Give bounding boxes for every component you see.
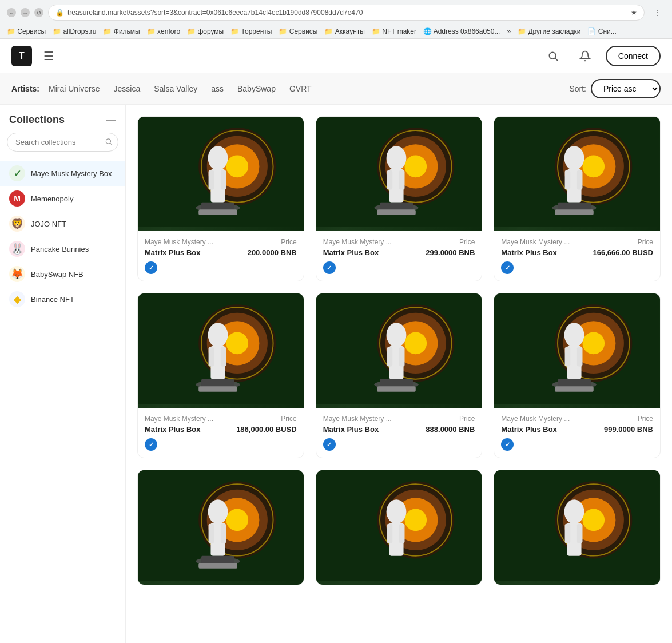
svg-rect-54 (201, 379, 234, 387)
svg-rect-67 (380, 379, 413, 387)
collection-item-0[interactable]: ✓ Maye Musk Mystery Box (0, 161, 125, 186)
bookmark-others[interactable]: 📁 Другие закладки (518, 27, 580, 35)
artist-ass[interactable]: ass (211, 84, 224, 93)
nft-name-5: Matrix Plus Box (501, 425, 557, 434)
collection-item-4[interactable]: 🦊 BabySwap NFB (0, 261, 125, 287)
hamburger-button[interactable]: ☰ (41, 47, 56, 65)
nft-card-5[interactable]: Maye Musk Mystery ... Price Matrix Plus … (494, 293, 661, 458)
bookmark-8[interactable]: 📁 Аккаунты (324, 27, 364, 35)
search-icon-button[interactable] (105, 137, 113, 147)
forward-button[interactable]: → (21, 8, 30, 17)
nft-price-2: 166,666.00 BUSD (593, 248, 653, 257)
svg-point-10 (208, 146, 228, 170)
extensions-btn[interactable]: ⋮ (649, 5, 665, 21)
nft-price-1: 299.0000 BNB (426, 248, 475, 257)
collection-icon-0: ✓ (9, 165, 25, 181)
nft-artwork-8 (494, 470, 660, 585)
nft-collection-4: Maye Musk Mystery ... (323, 415, 392, 423)
nft-card-8[interactable] (494, 470, 661, 585)
bookmark-10[interactable]: 🌐 Address 0x866a050... (423, 27, 500, 35)
artist-mirai[interactable]: Mirai Universe (49, 84, 100, 93)
header-bell-button[interactable] (574, 45, 597, 68)
nft-name-4: Matrix Plus Box (323, 425, 379, 434)
nft-grid: Maye Musk Mystery ... Price Matrix Plus … (137, 116, 661, 585)
address-bar[interactable]: 🔒 treasureland.market/assets?sort=3&cont… (48, 5, 645, 21)
svg-rect-113 (565, 524, 571, 543)
collection-item-2[interactable]: 🦁 JOJO NFT (0, 211, 125, 236)
nft-card-6[interactable] (137, 470, 304, 585)
bookmark-3[interactable]: 📁 Фильмы (103, 27, 140, 35)
nft-name-1: Matrix Plus Box (323, 248, 379, 257)
bookmark-last[interactable]: 📄 Сни... (587, 27, 616, 35)
collection-icon-5: ◆ (9, 291, 25, 307)
bookmark-2[interactable]: 📁 allDrops.ru (53, 27, 96, 35)
search-input[interactable] (7, 133, 118, 152)
bookmark-9[interactable]: 📁 NFT maker (372, 27, 416, 35)
svg-point-109 (583, 509, 605, 531)
bookmark-4[interactable]: 📁 xenforo (147, 27, 180, 35)
svg-point-47 (226, 332, 248, 355)
svg-point-23 (386, 146, 406, 170)
nft-card-3[interactable]: Maye Musk Mystery ... Price Matrix Plus … (137, 293, 304, 458)
svg-rect-38 (565, 170, 571, 190)
collection-item-1[interactable]: M Memenopoly (0, 186, 125, 211)
nft-card-1[interactable]: Maye Musk Mystery ... Price Matrix Plus … (316, 116, 483, 281)
nft-card-4[interactable]: Maye Musk Mystery ... Price Matrix Plus … (316, 293, 483, 458)
nft-meta-1: Maye Musk Mystery ... Price (323, 238, 475, 246)
artist-jessica[interactable]: Jessica (113, 84, 140, 93)
sidebar-close-button[interactable]: — (106, 114, 116, 126)
main-content: Maye Musk Mystery ... Price Matrix Plus … (126, 105, 672, 643)
nft-name-2: Matrix Plus Box (501, 248, 557, 257)
svg-point-73 (583, 332, 605, 355)
svg-rect-28 (380, 203, 413, 211)
artist-links: Mirai Universe Jessica Salsa Valley ass … (49, 84, 569, 93)
nft-collection-1: Maye Musk Mystery ... (323, 238, 392, 246)
svg-rect-51 (209, 347, 214, 367)
bookmark-5[interactable]: 📁 форумы (187, 27, 224, 35)
sort-select[interactable]: Price asc Price desc Latest (591, 79, 661, 98)
bookmark-6[interactable]: 📁 Торренты (230, 27, 272, 35)
svg-rect-93 (201, 556, 234, 564)
connect-button[interactable]: Connect (606, 46, 661, 66)
back-button[interactable]: ← (7, 8, 16, 17)
nft-collection-3: Maye Musk Mystery ... (145, 415, 213, 423)
svg-line-3 (110, 143, 112, 145)
nft-card-2[interactable]: Maye Musk Mystery ... Price Matrix Plus … (494, 116, 661, 281)
artist-salsa[interactable]: Salsa Valley (154, 84, 197, 93)
header-search-button[interactable] (542, 45, 564, 68)
artist-gvrt[interactable]: GVRT (289, 84, 312, 93)
search-box (7, 133, 118, 152)
svg-rect-16 (198, 209, 237, 215)
svg-rect-12 (209, 170, 214, 190)
reload-button[interactable]: ↺ (34, 8, 43, 17)
nft-price-label-4: Price (459, 415, 475, 423)
nft-meta-3: Maye Musk Mystery ... Price (145, 415, 297, 423)
url-text: treasureland.market/assets?sort=3&contra… (67, 9, 363, 17)
nft-card-0[interactable]: Maye Musk Mystery ... Price Matrix Plus … (137, 116, 304, 281)
nft-badge-4: ✓ (323, 438, 475, 451)
svg-rect-77 (565, 347, 571, 367)
collection-name-0: Maye Musk Mystery Box (31, 169, 112, 178)
nft-card-7[interactable] (316, 470, 483, 585)
verified-icon-0: ✓ (145, 261, 157, 274)
svg-rect-94 (198, 563, 237, 569)
bookmark-more[interactable]: » (507, 27, 511, 35)
verified-icon-3: ✓ (145, 438, 157, 451)
collection-item-3[interactable]: 🐰 Pancake Bunnies (0, 236, 125, 261)
bookmark-7[interactable]: 📁 Сервисы (279, 27, 317, 35)
svg-point-60 (404, 332, 427, 355)
artist-babyswap[interactable]: BabySwap (237, 84, 276, 93)
svg-point-36 (564, 146, 584, 170)
browser-chrome: ← → ↺ 🔒 treasureland.market/assets?sort=… (0, 0, 672, 39)
svg-rect-52 (221, 347, 226, 367)
verified-icon-2: ✓ (501, 261, 514, 274)
collection-item-5[interactable]: ◆ Binance NFT (0, 287, 125, 312)
bookmark-1[interactable]: 📁 Сервисы (7, 27, 46, 35)
nft-price-label-0: Price (281, 238, 296, 246)
nft-price-label-2: Price (638, 238, 653, 246)
svg-rect-26 (399, 170, 404, 190)
collection-icon-4: 🦊 (9, 266, 25, 282)
nft-info-3: Maye Musk Mystery ... Price Matrix Plus … (138, 408, 304, 458)
browser-nav: ← → ↺ 🔒 treasureland.market/assets?sort=… (0, 0, 672, 25)
nft-details-1: Matrix Plus Box 299.0000 BNB (323, 248, 475, 257)
